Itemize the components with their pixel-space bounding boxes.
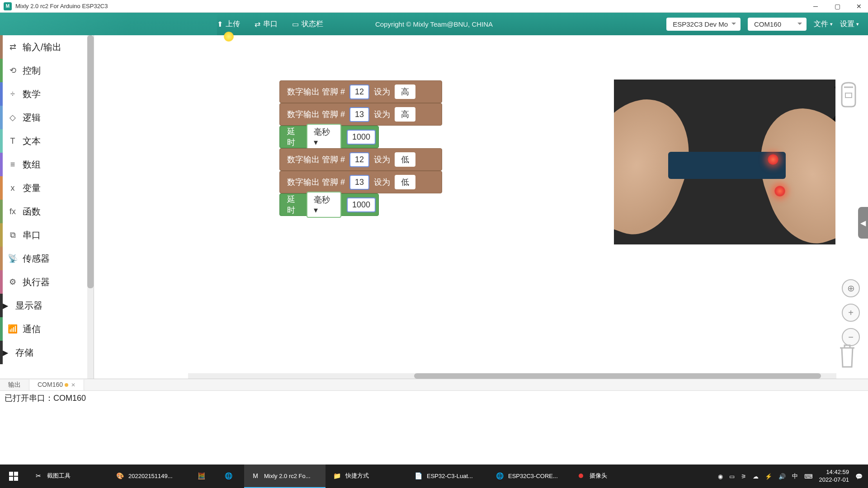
scrollbar-thumb[interactable] (414, 373, 821, 379)
digital-write-block[interactable]: 数字输出 管脚 # 13 设为 高 (279, 103, 442, 126)
toolbox-category[interactable]: ÷ 数学 (0, 82, 94, 106)
tab-label: COM160 (38, 381, 63, 388)
taskbar-item[interactable]: MMixly 2.0 rc2 Fo... (244, 465, 326, 488)
upload-icon: ⬆ (217, 20, 223, 28)
category-icon: ⧉ (3, 230, 23, 240)
taskbar-item[interactable]: ✂截图工具 (27, 465, 108, 488)
toolbox-category[interactable]: ⧉ 串口 (0, 223, 94, 247)
clock-time: 14:42:59 (819, 469, 849, 476)
tray-icon[interactable]: ☁ (753, 473, 759, 480)
category-label: 通信 (23, 323, 94, 335)
taskbar-item[interactable]: 📁快捷方式 (326, 465, 407, 488)
category-icon: ⚙ (3, 277, 23, 287)
block-label: 延时 (287, 194, 302, 216)
clock[interactable]: 14:42:59 2022-07-01 (819, 469, 849, 484)
task-icon: 📁 (332, 471, 342, 481)
collapse-panel-button[interactable]: ◀ (858, 207, 868, 239)
settings-menu[interactable]: 设置▾ (840, 19, 859, 29)
taskbar-item[interactable]: 🎨202202151149... (108, 465, 190, 488)
toolbox-category[interactable]: 📶 通信 (0, 317, 94, 341)
close-button[interactable]: ✕ (854, 1, 864, 12)
workspace[interactable]: 数字输出 管脚 # 12 设为 高数字输出 管脚 # 13 设为 高延时 毫秒 … (94, 35, 868, 379)
delay-block[interactable]: 延时 毫秒 ▾ 1000 (279, 193, 379, 216)
app-icon: M (4, 2, 12, 10)
port-select[interactable]: COM160 (748, 18, 807, 31)
hardware-preview (614, 80, 835, 244)
toolbox-category[interactable]: ⚙ 执行器 (0, 270, 94, 294)
toolbox-category[interactable]: ▶ 显示器 (0, 294, 94, 317)
category-label: 数学 (23, 88, 94, 100)
notifications-icon[interactable]: 💬 (855, 473, 863, 480)
taskbar-item[interactable]: 🧮 (190, 465, 217, 488)
maximize-button[interactable]: ▢ (832, 1, 843, 12)
task-icon: 📄 (413, 471, 423, 481)
copyright-text: Copyright © Mixly Team@BNU, CHINA (375, 20, 493, 28)
toolbox-category[interactable]: x 变量 (0, 176, 94, 200)
console-output[interactable]: 已打开串口：COM160 (0, 390, 868, 458)
toolbox-category[interactable]: ⇄ 输入/输出 (0, 35, 94, 59)
volume-icon[interactable]: 🔊 (778, 473, 786, 480)
zoom-in-button[interactable]: + (842, 304, 860, 322)
clock-date: 2022-07-01 (819, 476, 849, 484)
value-dropdown[interactable]: 高 (395, 107, 415, 122)
taskbar-item[interactable]: 🌐 (217, 465, 244, 488)
console-tab[interactable]: COM160✕ (29, 380, 84, 390)
task-icon: M (250, 471, 260, 481)
digital-write-block[interactable]: 数字输出 管脚 # 13 设为 低 (279, 171, 442, 193)
trash-icon[interactable] (836, 343, 858, 370)
close-tab-icon[interactable]: ✕ (71, 382, 75, 388)
workspace-h-scrollbar[interactable] (188, 373, 836, 379)
taskbar-item[interactable]: 📄ESP32-C3-Luat... (407, 465, 488, 488)
ime-indicator[interactable]: 中 (792, 472, 798, 480)
taskbar-item[interactable]: 🌐ESP32C3-CORE... (488, 465, 570, 488)
pin-input[interactable]: 13 (349, 175, 369, 190)
tray-icon[interactable]: ◉ (718, 473, 723, 480)
pin-input[interactable]: 12 (349, 84, 369, 99)
task-label: ESP32-C3-Luat... (427, 473, 473, 479)
tray-icon[interactable]: ⌨ (804, 473, 813, 480)
digital-write-block[interactable]: 数字输出 管脚 # 12 设为 低 (279, 148, 442, 171)
statusbar-button[interactable]: ▭ 状态栏 (292, 19, 323, 29)
toolbox-category[interactable]: ◇ 逻辑 (0, 106, 94, 129)
file-menu[interactable]: 文件▾ (814, 19, 833, 29)
serial-button[interactable]: ⇄ 串口 (255, 19, 278, 29)
duration-input[interactable]: 1000 (347, 197, 376, 212)
minimize-button[interactable]: ─ (810, 1, 821, 12)
category-icon: x (3, 183, 23, 193)
value-dropdown[interactable]: 高 (395, 84, 415, 99)
unit-dropdown[interactable]: 毫秒 ▾ (307, 192, 341, 218)
board-select[interactable]: ESP32C3 Dev Mo (666, 18, 741, 31)
category-label: 数组 (23, 159, 94, 171)
toolbox-category[interactable]: ⟲ 控制 (0, 59, 94, 82)
tray-icon[interactable]: ▭ (729, 473, 735, 480)
pin-input[interactable]: 12 (349, 152, 369, 167)
unit-dropdown[interactable]: 毫秒 ▾ (307, 124, 341, 150)
pin-input[interactable]: 13 (349, 107, 369, 122)
scrollbar-thumb[interactable] (87, 35, 94, 288)
toolbox-category[interactable]: T 文本 (0, 129, 94, 153)
toolbox-category[interactable]: fx 函数 (0, 200, 94, 223)
duration-input[interactable]: 1000 (347, 130, 376, 145)
block-label: 延时 (287, 126, 302, 148)
toolbox-category[interactable]: ≡ 数组 (0, 153, 94, 176)
taskbar-item[interactable]: 摄像头 (570, 465, 651, 488)
toolbox-category[interactable]: 📡 传感器 (0, 247, 94, 270)
digital-write-block[interactable]: 数字输出 管脚 # 12 设为 高 (279, 80, 442, 103)
toolbox-scrollbar[interactable] (87, 35, 94, 379)
tray-icon[interactable]: ⚡ (765, 473, 772, 480)
start-button[interactable] (0, 465, 27, 488)
delay-block[interactable]: 延时 毫秒 ▾ 1000 (279, 126, 379, 148)
value-dropdown[interactable]: 低 (395, 152, 415, 167)
backpack-icon[interactable] (837, 80, 860, 108)
task-icon: 🧮 (196, 471, 206, 481)
center-button[interactable]: ⊕ (842, 279, 860, 297)
category-icon: ◇ (3, 113, 23, 122)
wifi-icon[interactable]: ⚞ (741, 473, 746, 480)
toolbox-category[interactable]: ▶ 存储 (0, 341, 94, 364)
upload-button[interactable]: ⬆ 上传 (217, 19, 240, 29)
block-stack[interactable]: 数字输出 管脚 # 12 设为 高数字输出 管脚 # 13 设为 高延时 毫秒 … (279, 80, 442, 216)
expand-arrow-icon: ▶ (3, 348, 15, 357)
value-dropdown[interactable]: 低 (395, 175, 415, 189)
console-tab[interactable]: 输出 (0, 380, 29, 390)
category-label: 存储 (15, 347, 94, 359)
